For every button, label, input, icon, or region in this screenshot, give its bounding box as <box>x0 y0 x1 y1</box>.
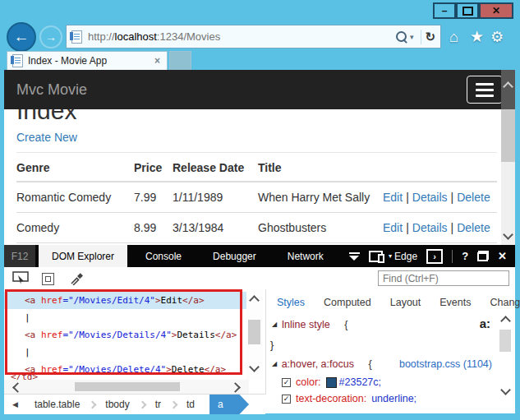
checkbox-checked[interactable]: ✓ <box>282 395 291 404</box>
edit-link[interactable]: Edit <box>383 221 403 234</box>
breadcrumb-back-icon[interactable]: ◀ <box>4 395 25 414</box>
unpin-icon[interactable] <box>477 251 489 261</box>
details-link[interactable]: Details <box>412 191 448 204</box>
search-icon[interactable] <box>396 31 407 42</box>
url-path: :1234/Movies <box>157 30 220 43</box>
home-button[interactable]: ⌂ <box>449 28 458 46</box>
more-tabs-icon[interactable] <box>349 252 360 261</box>
tab-network[interactable]: Network <box>274 245 337 267</box>
details-link[interactable]: Details <box>412 221 448 234</box>
forward-arrow-icon: → <box>45 30 57 44</box>
devtools-close-icon[interactable]: ✕ <box>498 250 507 262</box>
tab-computed[interactable]: Computed <box>324 297 371 308</box>
console-panel-icon[interactable]: › <box>426 249 443 264</box>
breadcrumb-item-tr[interactable]: tr <box>145 395 171 414</box>
stylesheet-source-link[interactable]: bootstrap.css (1104) <box>399 358 492 370</box>
table-row: Romantic Comedy 7.99 1/11/1989 When Harr… <box>16 182 497 213</box>
page-scrollbar[interactable] <box>501 70 515 245</box>
browser-tab[interactable]: Index - Movie App × <box>7 51 168 70</box>
tab-styles[interactable]: Styles <box>277 297 305 308</box>
scroll-down-icon[interactable] <box>500 385 511 395</box>
scrollbar-thumb[interactable] <box>499 330 511 352</box>
tab-layout[interactable]: Layout <box>390 297 421 308</box>
scroll-up-icon[interactable] <box>249 295 260 306</box>
cell-genre: Romantic Comedy <box>16 191 134 204</box>
delete-link[interactable]: Delete <box>457 221 490 234</box>
element-highlight-button[interactable] <box>42 273 54 285</box>
col-header-price: Price <box>134 161 173 174</box>
scroll-left-icon[interactable] <box>12 382 23 393</box>
property-value: #23527c; <box>339 376 381 388</box>
caret-down-icon: ▾ <box>389 252 392 260</box>
minimize-button[interactable]: – <box>433 2 456 19</box>
navbar-toggle-button[interactable] <box>467 76 503 104</box>
tab-console[interactable]: Console <box>132 245 195 267</box>
search-options-caret-icon[interactable]: ▾ <box>410 33 414 41</box>
pseudo-state-toggle[interactable]: a: <box>480 316 490 330</box>
tab-dom-explorer[interactable]: DOM Explorer <box>39 245 127 267</box>
pane-divider[interactable] <box>265 289 266 395</box>
property-name: color: <box>296 376 321 388</box>
dom-node-text[interactable]: | <box>4 344 248 361</box>
dom-node-edit-anchor[interactable]: <a href="/Movies/Edit/4">Edit</a> <box>4 292 248 309</box>
breadcrumb-item-table[interactable]: table.table <box>25 395 90 414</box>
tab-title: Index - Movie App <box>28 55 153 67</box>
cell-release-date: 3/13/1984 <box>173 221 258 234</box>
scroll-down-icon[interactable] <box>249 362 260 372</box>
select-element-icon <box>12 271 30 285</box>
scroll-right-icon[interactable] <box>230 382 241 393</box>
create-new-link[interactable]: Create New <box>16 131 77 144</box>
dom-node-td-close[interactable]: </td> <box>4 368 248 380</box>
close-icon: ✕ <box>492 5 500 16</box>
devtools-tabbar: F12 DOM Explorer Console Debugger Networ… <box>4 245 515 267</box>
home-icon: ⌂ <box>449 29 458 45</box>
scroll-down-icon[interactable] <box>503 229 513 240</box>
forward-button[interactable]: → <box>39 25 62 48</box>
scrollbar-thumb[interactable] <box>248 320 260 344</box>
page-icon <box>71 30 82 44</box>
breadcrumb-item-tbody[interactable]: tbody <box>95 395 139 414</box>
code-token: ="/Movies/Details/4" <box>62 330 171 340</box>
tab-debugger[interactable]: Debugger <box>200 245 269 267</box>
dom-node-details-anchor[interactable]: <a href="/Movies/Details/4">Details</a> <box>4 326 248 344</box>
address-bar-divider <box>421 30 421 44</box>
tab-changes[interactable]: Changes <box>490 297 520 308</box>
help-button[interactable]: ? <box>462 250 468 262</box>
breadcrumb-item-a-active[interactable]: a <box>209 395 249 414</box>
new-tab-button[interactable] <box>169 51 191 70</box>
breadcrumb-item-td[interactable]: td <box>177 395 205 414</box>
dom-node-text[interactable]: | <box>4 309 248 326</box>
url-text: http://localhost:1234/Movies <box>88 30 396 43</box>
favorites-button[interactable]: ★ <box>470 28 484 46</box>
scroll-up-icon[interactable] <box>500 316 511 326</box>
close-button[interactable]: ✕ <box>479 2 513 19</box>
target-device-selector[interactable]: ▾ Edge <box>369 251 417 262</box>
code-token: </td> <box>11 372 38 380</box>
url-host: localhost <box>115 30 157 43</box>
scrollbar-thumb[interactable] <box>75 382 180 391</box>
checkbox-checked[interactable]: ✓ <box>282 378 291 387</box>
tab-close-icon[interactable]: × <box>153 55 162 67</box>
tab-events[interactable]: Events <box>439 297 471 308</box>
edit-link[interactable]: Edit <box>383 191 403 204</box>
expander-icon[interactable]: ◢ <box>272 321 277 328</box>
find-input[interactable] <box>378 270 509 286</box>
expander-icon[interactable]: ◢ <box>272 360 277 367</box>
scrollbar-thumb[interactable] <box>501 109 515 162</box>
code-token: href <box>41 330 63 340</box>
delete-link[interactable]: Delete <box>457 191 490 204</box>
maximize-button[interactable] <box>456 2 479 19</box>
styles-pane-scrollbar[interactable] <box>499 314 513 395</box>
color-picker-button[interactable] <box>70 271 84 288</box>
navbar-brand-link[interactable]: Mvc Movie <box>16 70 87 109</box>
refresh-icon[interactable]: ↻ <box>425 30 435 44</box>
select-element-button[interactable] <box>12 271 30 288</box>
star-icon: ★ <box>470 28 484 45</box>
dom-tree-scrollbar[interactable] <box>246 289 263 380</box>
dom-tree-hscrollbar[interactable] <box>4 380 249 394</box>
f12-label: F12 <box>4 245 35 267</box>
property-value: underline; <box>371 393 416 404</box>
address-bar[interactable]: http://localhost:1234/Movies ▾ ↻ <box>66 25 441 48</box>
back-button[interactable]: ← <box>7 22 36 52</box>
settings-button[interactable]: ⚙ <box>490 28 504 46</box>
